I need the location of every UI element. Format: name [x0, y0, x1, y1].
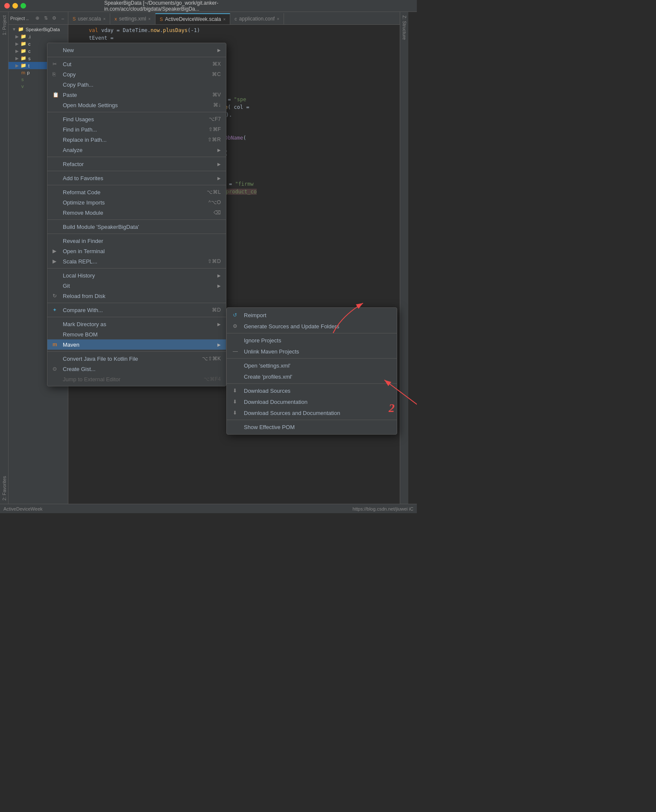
menu-separator — [47, 268, 226, 269]
scala-repl-icon: ▶ — [53, 258, 60, 264]
menu-separator — [47, 112, 226, 112]
menu-item-local-history[interactable]: Local History ▶ — [47, 270, 226, 280]
submenu-arrow: ▶ — [217, 283, 221, 288]
submenu-separator — [227, 420, 397, 420]
menu-item-new[interactable]: New ▶ — [47, 45, 226, 55]
url-label: https://blog.csdn.net/jiuwei iC — [353, 506, 413, 511]
add-content-root-icon[interactable]: ⊕ — [34, 15, 41, 22]
menu-separator — [47, 219, 226, 220]
menu-separator — [47, 157, 226, 157]
tree-root[interactable]: ▼ 📁 SpeakerBigData — [9, 26, 68, 33]
submenu-item-download-both[interactable]: ⬇ Download Sources and Documentation — [227, 407, 397, 418]
minimize-button[interactable] — [12, 3, 18, 9]
scroll-icon[interactable]: ⇅ — [42, 15, 49, 22]
sidebar-item-project[interactable]: 1: Project — [1, 12, 8, 38]
submenu-item-unlink-maven[interactable]: — Unlink Maven Projects — [227, 346, 397, 357]
menu-item-remove-bom[interactable]: Remove BOM — [47, 329, 226, 339]
menu-item-open-terminal[interactable]: ▶ Open in Terminal — [47, 246, 226, 256]
maximize-button[interactable] — [20, 3, 26, 9]
tab-close-icon[interactable]: × — [277, 17, 279, 21]
left-tab-strip: 1: Project 2: Favorites — [0, 12, 9, 504]
window-title: SpeakerBigData [~/Documents/go_work/git.… — [104, 0, 313, 12]
submenu-arrow: ▶ — [217, 273, 221, 278]
copy-icon: ⎘ — [53, 71, 60, 77]
menu-item-git[interactable]: Git ▶ — [47, 280, 226, 291]
scala-file-icon: S — [73, 16, 76, 21]
menu-item-add-favorites[interactable]: Add to Favorites ▶ — [47, 173, 226, 183]
window-controls[interactable] — [4, 3, 26, 9]
status-bar: ActiveDeviceWeek https://blog.csdn.net/j… — [0, 504, 417, 513]
submenu-arrow: ▶ — [217, 48, 221, 53]
menu-item-scala-repl[interactable]: ▶ Scala REPL... ⇧⌘D — [47, 256, 226, 266]
menu-item-find-usages[interactable]: Find Usages ⌥F7 — [47, 114, 226, 124]
menu-separator — [47, 303, 226, 303]
right-strip: Z: Structure — [400, 12, 408, 504]
tab-application-conf[interactable]: c application.conf × — [230, 13, 284, 24]
tab-close-icon[interactable]: × — [223, 17, 226, 22]
download-sources-icon: ⬇ — [233, 388, 241, 394]
menu-item-remove-module[interactable]: Remove Module ⌫ — [47, 207, 226, 218]
hide-icon[interactable]: – — [59, 15, 66, 22]
menu-item-convert-java[interactable]: Convert Java File to Kotlin File ⌥⇧⌘K — [47, 353, 226, 364]
submenu-item-download-sources[interactable]: ⬇ Download Sources — [227, 385, 397, 396]
menu-item-reformat[interactable]: Reformat Code ⌥⌘L — [47, 187, 226, 197]
tab-active-device-week[interactable]: S ActiveDeviceWeek.scala × — [155, 13, 230, 24]
menu-item-maven[interactable]: m Maven ▶ — [47, 339, 226, 350]
menu-item-analyze[interactable]: Analyze ▶ — [47, 145, 226, 155]
submenu-item-show-pom[interactable]: Show Effective POM — [227, 421, 397, 432]
tree-item-dot[interactable]: ▶ 📁 .i — [9, 33, 68, 40]
menu-item-replace-path[interactable]: Replace in Path... ⇧⌘R — [47, 134, 226, 145]
submenu-item-download-docs[interactable]: ⬇ Download Documentation — [227, 396, 397, 407]
submenu-separator — [227, 383, 397, 384]
context-menu: New ▶ ✂ Cut ⌘X ⎘ Copy ⌘C Copy Path... 📋 … — [47, 43, 226, 386]
menu-item-jump-external: Jump to External Editor ⌥⌘F4 — [47, 374, 226, 384]
close-button[interactable] — [4, 3, 10, 9]
menu-separator — [47, 317, 226, 317]
submenu-arrow: ▶ — [217, 322, 221, 327]
menu-item-build-module[interactable]: Build Module 'SpeakerBigData' — [47, 222, 226, 232]
menu-item-find-path[interactable]: Find in Path... ⇧⌘F — [47, 124, 226, 134]
tab-close-icon[interactable]: × — [148, 17, 151, 21]
tab-close-icon[interactable]: × — [103, 17, 105, 21]
menu-separator — [47, 57, 226, 57]
submenu-item-generate-sources[interactable]: ⚙ Generate Sources and Update Folders — [227, 321, 397, 332]
paste-icon: 📋 — [53, 92, 60, 98]
submenu-arrow: ▶ — [217, 176, 221, 181]
tab-label: settings.xml — [119, 16, 146, 22]
menu-item-copy-path[interactable]: Copy Path... — [47, 79, 226, 90]
menu-item-cut[interactable]: ✂ Cut ⌘X — [47, 59, 226, 69]
menu-item-optimize-imports[interactable]: Optimize Imports ^⌥O — [47, 197, 226, 207]
menu-separator — [47, 185, 226, 185]
tab-label: user.scala — [78, 16, 101, 22]
submenu-item-reimport[interactable]: ↺ Reimport — [227, 310, 397, 321]
submenu-separator — [227, 358, 397, 359]
download-both-icon: ⬇ — [233, 410, 241, 416]
menu-item-create-gist[interactable]: ⊙ Create Gist... — [47, 364, 226, 374]
sidebar-item-structure[interactable]: Z: Structure — [401, 12, 408, 43]
menu-item-refactor[interactable]: Refactor ▶ — [47, 159, 226, 169]
menu-separator — [47, 171, 226, 171]
submenu-item-ignore-projects[interactable]: Ignore Projects — [227, 335, 397, 346]
titlebar: SpeakerBigData [~/Documents/go_work/git.… — [0, 0, 417, 12]
menu-item-copy[interactable]: ⎘ Copy ⌘C — [47, 69, 226, 79]
tab-settings-xml[interactable]: x settings.xml × — [110, 13, 155, 24]
settings-icon[interactable]: ⚙ — [51, 15, 58, 22]
submenu-item-create-profiles[interactable]: Create 'profiles.xml' — [227, 371, 397, 382]
submenu-item-open-settings[interactable]: Open 'settings.xml' — [227, 360, 397, 371]
menu-item-reveal-finder[interactable]: Reveal in Finder — [47, 236, 226, 246]
maven-submenu: ↺ Reimport ⚙ Generate Sources and Update… — [226, 307, 397, 435]
menu-item-compare-with[interactable]: ✦ Compare With... ⌘D — [47, 305, 226, 315]
menu-item-open-module[interactable]: Open Module Settings ⌘↓ — [47, 100, 226, 110]
menu-item-reload-disk[interactable]: ↻ Reload from Disk — [47, 291, 226, 301]
terminal-icon: ▶ — [53, 248, 60, 254]
sidebar-item-favorites[interactable]: 2: Favorites — [1, 473, 8, 504]
menu-item-paste[interactable]: 📋 Paste ⌘V — [47, 90, 226, 100]
project-panel-label: Project .. — [10, 16, 32, 21]
tab-bar: S user.scala × x settings.xml × S Active… — [68, 12, 400, 25]
cut-icon: ✂ — [53, 61, 60, 67]
download-docs-icon: ⬇ — [233, 399, 241, 405]
menu-item-mark-dir[interactable]: Mark Directory as ▶ — [47, 319, 226, 329]
code-line: val vday = DateTime.now.plusDays(-1) — [68, 26, 400, 34]
tab-user-scala[interactable]: S user.scala × — [68, 13, 110, 24]
generate-sources-icon: ⚙ — [233, 323, 241, 329]
